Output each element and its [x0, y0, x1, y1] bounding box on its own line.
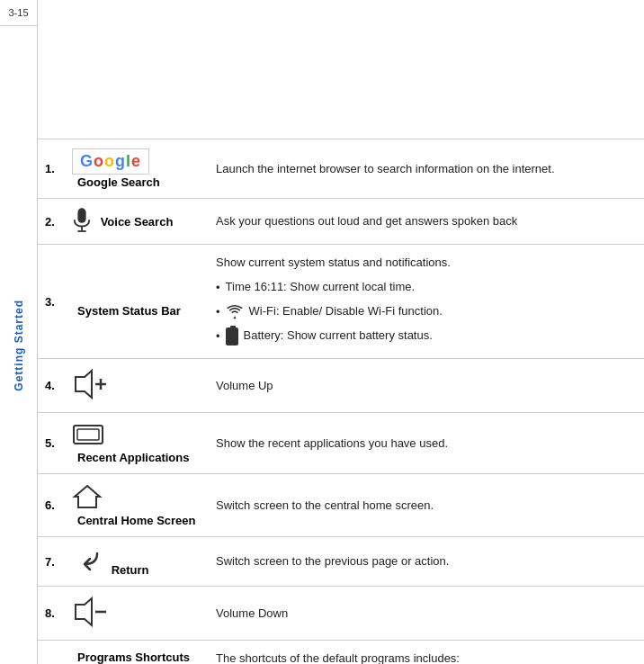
list-item: Battery: Show current battery status. [216, 324, 637, 349]
item-label: Voice Search [101, 215, 174, 229]
table-row: 4. Volume Up [38, 358, 644, 412]
icon-cell: Programs Shortcuts [65, 641, 209, 664]
icon-cell: System Status Bar [65, 245, 209, 359]
item-label: Google Search [77, 175, 160, 189]
item-description: Switch screen to the previous page or ac… [209, 537, 644, 587]
icon-cell: Voice Search [65, 199, 209, 245]
table-row: 5. Recent Applications Show the recent a… [38, 412, 644, 473]
table-row: 8. Volume Down [38, 587, 644, 641]
row-number: 1. [38, 139, 65, 199]
item-description: Launch the internet browser to search in… [209, 139, 644, 199]
sidebar: 3-15 Getting Started [0, 0, 38, 664]
row-number: 6. [38, 474, 65, 537]
icon-cell: Google Google Search [65, 139, 209, 199]
home-icon [72, 483, 103, 510]
svg-marker-9 [76, 598, 92, 625]
item-description: Show the recent applications you have us… [209, 412, 644, 473]
svg-marker-8 [75, 486, 100, 507]
table-row: 3. System Status Bar Show current system… [38, 245, 644, 359]
row-number: 3. [38, 245, 65, 359]
item-description: Show current system status and notificat… [209, 245, 644, 359]
svg-rect-0 [77, 208, 85, 223]
item-description: Switch screen to the central home screen… [209, 474, 644, 537]
item-label: System Status Bar [77, 304, 181, 318]
volume-down-icon [72, 596, 115, 628]
row-number: 5. [38, 412, 65, 473]
svg-rect-6 [74, 426, 103, 444]
battery-icon [226, 328, 238, 345]
row-number: 7. [38, 537, 65, 587]
item-description: Volume Up [209, 358, 644, 412]
item-description: Ask your questions out loud and get answ… [209, 199, 644, 245]
icon-cell: Recent Applications [65, 412, 209, 473]
main-content: 1. Google Google Search Launch the inter… [38, 0, 644, 664]
table-row: 7. Return Switch screen to the previous … [38, 537, 644, 587]
table-row: 6. Central Home Screen Switch screen to … [38, 474, 644, 537]
item-label: Return [112, 563, 149, 577]
icon-cell: Central Home Screen [65, 474, 209, 537]
mic-icon [72, 208, 92, 235]
item-description: Volume Down [209, 587, 644, 641]
item-label: Recent Applications [77, 451, 189, 464]
svg-marker-3 [76, 371, 92, 398]
svg-rect-7 [77, 429, 99, 440]
icon-cell: Return [65, 537, 209, 587]
list-item: Wi-Fi: Enable/ Disable Wi-Fi function. [216, 300, 637, 324]
page-number: 3-15 [0, 0, 37, 26]
feature-table: 1. Google Google Search Launch the inter… [38, 139, 644, 664]
item-label: Central Home Screen [77, 514, 196, 527]
table-row: 2. Voice Search Ask your questions out l… [38, 199, 644, 245]
google-logo-icon: Google [72, 148, 149, 175]
sidebar-label: Getting Started [13, 300, 25, 391]
table-row: 9. Programs Shortcuts The shortcuts of t… [38, 641, 644, 664]
icon-cell [65, 358, 209, 412]
table-row: 1. Google Google Search Launch the inter… [38, 139, 644, 199]
item-label: Programs Shortcuts [77, 651, 190, 664]
row-number: 9. [38, 641, 65, 664]
top-space [38, 0, 644, 139]
list-item: Time 16:11: Show current local time. [216, 275, 637, 300]
recent-apps-icon [72, 422, 104, 447]
sidebar-label-wrap: Getting Started [13, 26, 25, 664]
volume-up-icon [72, 368, 115, 400]
item-description: The shortcuts of the default programs in… [209, 641, 644, 664]
row-number: 4. [38, 358, 65, 412]
back-icon [72, 546, 103, 573]
wifi-icon [226, 303, 244, 319]
row-number: 8. [38, 587, 65, 641]
icon-cell [65, 587, 209, 641]
sub-list: Time 16:11: Show current local time. Wi-… [216, 275, 637, 349]
row-number: 2. [38, 199, 65, 245]
